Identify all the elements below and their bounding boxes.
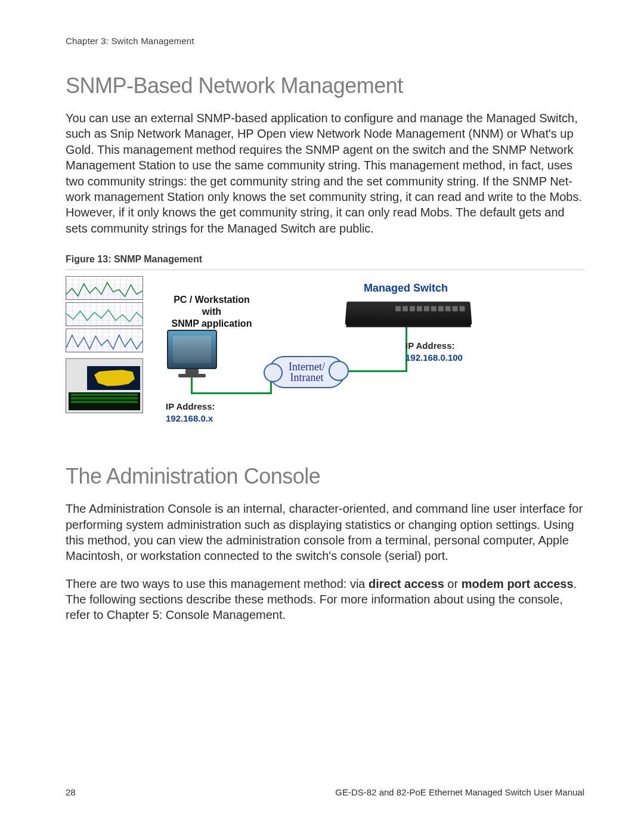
network-link	[191, 392, 271, 394]
term-modem-port-access: modem port access	[462, 577, 574, 590]
network-link	[341, 370, 407, 372]
snmp-charts-thumbnail	[66, 276, 143, 413]
section-admin-paragraph2: There are two ways to use this managemen…	[66, 576, 584, 623]
document-page: Chapter 3: Switch Management SNMP-Based …	[0, 0, 644, 833]
page-number: 28	[66, 787, 76, 797]
managed-switch-icon	[345, 302, 472, 325]
chart-thumbnail	[66, 302, 143, 326]
pc-ip-label: IP Address:	[166, 401, 215, 411]
internet-cloud-icon: Internet/ Intranet	[268, 356, 345, 388]
figure-caption: Figure 13: SNMP Management	[66, 254, 584, 270]
p2-part-a: There are two ways to use this managemen…	[66, 577, 369, 590]
switch-ip-label: IP Address:	[405, 340, 455, 351]
section-snmp-paragraph: You can use an external SNMP-based appli…	[66, 110, 584, 236]
chart-thumbnail	[66, 329, 143, 352]
chart-thumbnail	[66, 276, 143, 300]
pc-label-line1: PC / Workstation	[155, 294, 268, 306]
pc-label-line3: SNMP application	[155, 318, 268, 330]
section-admin-paragraph1: The Administration Console is an interna…	[66, 501, 584, 564]
pc-ip-value: 192.168.0.x	[166, 413, 213, 423]
switch-ip-value: 192.168.0.100	[405, 352, 463, 363]
cloud-label-line1: Internet/	[289, 361, 325, 373]
section-admin-title: The Administration Console	[66, 464, 584, 489]
term-direct-access: direct access	[369, 577, 444, 590]
section-snmp-title: SNMP-Based Network Management	[66, 73, 584, 98]
cloud-label-line2: Intranet	[290, 371, 324, 383]
managed-switch-title: Managed Switch	[364, 282, 448, 295]
pc-workstation-label: PC / Workstation with SNMP application	[155, 294, 268, 330]
chapter-header: Chapter 3: Switch Management	[66, 36, 584, 46]
manual-title: GE-DS-82 and 82-PoE Ethernet Managed Swi…	[335, 787, 584, 797]
network-link	[191, 377, 193, 392]
pc-label-line2: with	[155, 306, 268, 318]
p2-part-c: or	[444, 577, 462, 590]
page-footer: 28 GE-DS-82 and 82-PoE Ethernet Managed …	[66, 787, 584, 797]
nms-map-thumbnail	[66, 358, 143, 413]
figure-snmp-management: PC / Workstation with SNMP application I…	[66, 276, 584, 434]
workstation-icon	[167, 330, 217, 377]
